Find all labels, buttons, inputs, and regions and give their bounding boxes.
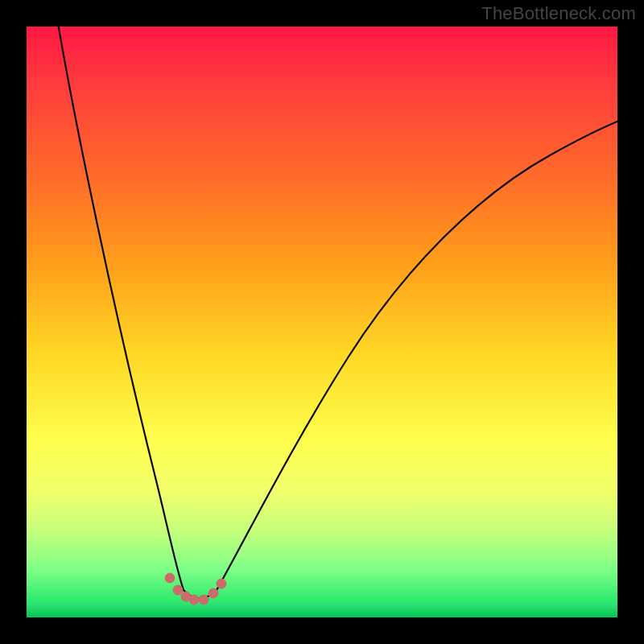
chart-frame: TheBottleneck.com bbox=[0, 0, 644, 644]
svg-point-5 bbox=[208, 588, 218, 598]
curve-right-branch bbox=[216, 114, 617, 592]
svg-point-3 bbox=[189, 595, 199, 605]
curve-left-branch bbox=[57, 27, 184, 590]
svg-point-4 bbox=[199, 595, 208, 605]
svg-point-1 bbox=[173, 585, 183, 595]
svg-point-0 bbox=[165, 573, 175, 583]
watermark-label: TheBottleneck.com bbox=[481, 3, 636, 24]
curve-svg bbox=[27, 27, 617, 617]
svg-point-6 bbox=[217, 579, 226, 588]
plot-area bbox=[27, 27, 617, 617]
